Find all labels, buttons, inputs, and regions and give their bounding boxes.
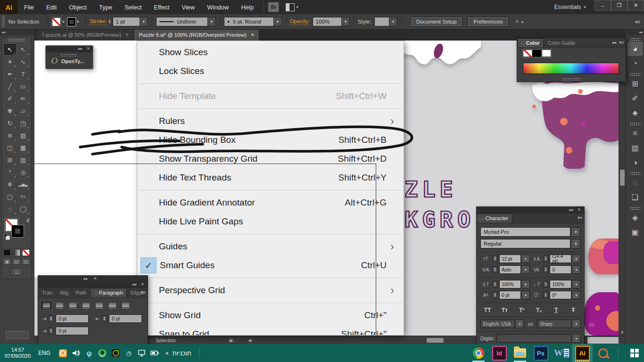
language-field[interactable]: English: USA bbox=[480, 320, 515, 328]
stroke-weight-stepper[interactable]: ▲▼ bbox=[108, 19, 111, 24]
lasso-tool[interactable]: ∿ bbox=[17, 56, 30, 68]
taskbar-chrome-button[interactable] bbox=[468, 344, 489, 362]
menu-help[interactable]: Help bbox=[235, 0, 260, 14]
pen-tool[interactable]: ✒ bbox=[3, 68, 17, 80]
digits-field[interactable] bbox=[496, 334, 571, 343]
dock-swatches-icon[interactable]: ⊞ bbox=[627, 77, 643, 90]
nvidia-icon[interactable] bbox=[110, 348, 121, 358]
workspace-switcher[interactable]: Essentials▾ bbox=[554, 4, 586, 10]
panel-collapse-icon[interactable]: ◂◂ bbox=[569, 207, 573, 212]
line-segment-tool[interactable]: ╱ bbox=[3, 80, 17, 92]
vertical-scale-field[interactable]: 100% bbox=[499, 280, 521, 288]
draw-inside-icon[interactable]: ◰ bbox=[22, 258, 30, 265]
timer-icon[interactable]: ◷ bbox=[124, 348, 134, 358]
tray-expand-icon[interactable]: « bbox=[165, 350, 169, 356]
rotate-tool[interactable]: ↻ bbox=[3, 117, 17, 129]
vertical-scale-dropdown[interactable]: ▼ bbox=[522, 280, 530, 288]
align-right-button[interactable] bbox=[66, 301, 79, 310]
fill-color-swatch[interactable] bbox=[52, 17, 61, 26]
document-tab-inactive[interactable]: 7-puzzle.ai @ 50% (RGB/Preview)✕ bbox=[37, 29, 134, 41]
perspective-grid-tool[interactable]: ▦ bbox=[17, 141, 30, 154]
menu-item-hide-bounding-box[interactable]: Hide Bounding BoxShift+Ctrl+B bbox=[137, 131, 404, 149]
stroke-weight-field[interactable]: 1 pt bbox=[113, 17, 140, 26]
taskbar-search-button[interactable] bbox=[593, 344, 613, 362]
blend-tool[interactable]: ◎ bbox=[17, 166, 30, 178]
horizontal-scale-dropdown[interactable]: ▼ bbox=[573, 280, 580, 288]
panel-expand-icon[interactable]: ◂◂ bbox=[83, 276, 87, 281]
justify-right-button[interactable] bbox=[106, 301, 118, 310]
opentype-label[interactable]: OpenTy... bbox=[61, 58, 84, 64]
brush-definition-dropdown[interactable]: ▼ bbox=[274, 17, 282, 26]
magic-wand-tool[interactable]: ✶ bbox=[3, 56, 17, 68]
menu-item-perspective-grid[interactable]: Perspective Grid› bbox=[137, 281, 404, 300]
mesh-tool[interactable]: ⊞ bbox=[3, 154, 17, 166]
font-style-dropdown[interactable]: ▼ bbox=[572, 239, 580, 248]
anti-alias-field[interactable]: Sharp bbox=[537, 320, 571, 328]
slice-tool[interactable]: ✄ bbox=[17, 190, 30, 203]
tab-paragraph[interactable]: ◇Paragraph bbox=[90, 288, 127, 297]
menu-item-hide-gradient-annotator[interactable]: Hide Gradient AnnotatorAlt+Ctrl+G bbox=[137, 193, 404, 212]
baseline-shift-stepper[interactable]: ▲▼ bbox=[492, 292, 498, 298]
programs-toolbar-label[interactable]: תוכניות bbox=[173, 350, 191, 357]
control-panel-menu-icon[interactable]: ▾≡ bbox=[635, 19, 640, 25]
color-button[interactable] bbox=[3, 249, 11, 256]
restore-button[interactable]: ❐ bbox=[611, 0, 627, 11]
artboard-tool[interactable]: ▢ bbox=[3, 190, 17, 203]
swap-fill-stroke-icon[interactable]: ⇄ bbox=[25, 217, 31, 224]
pointer-options-icon[interactable]: ⌗▾ bbox=[515, 18, 523, 25]
underline-button[interactable]: T bbox=[550, 307, 562, 313]
tab-align[interactable]: Alig bbox=[56, 288, 72, 297]
panel-expand-icon[interactable]: ▸▸ bbox=[78, 46, 83, 51]
taskbar-photoshop-button[interactable]: Ps bbox=[530, 344, 551, 362]
taskbar-explorer-button[interactable] bbox=[510, 344, 530, 362]
menu-effect[interactable]: Effect bbox=[148, 0, 175, 14]
dock-color-icon[interactable]: ◕ bbox=[627, 42, 643, 56]
width-profile-field[interactable]: Uniform bbox=[156, 17, 208, 26]
language-indicator[interactable]: ENG bbox=[38, 350, 50, 356]
type-tool[interactable]: T bbox=[17, 68, 30, 80]
opacity-field[interactable]: 100% bbox=[313, 17, 342, 26]
shape-builder-tool[interactable]: ◫ bbox=[3, 141, 17, 154]
taskbar-word-button[interactable]: W bbox=[551, 344, 572, 362]
tab-pathfinder[interactable]: Path bbox=[72, 288, 90, 297]
draw-normal-icon[interactable]: ▣ bbox=[3, 258, 11, 265]
opacity-dropdown[interactable]: ▼ bbox=[342, 17, 350, 26]
horizontal-scale-field[interactable]: 100% bbox=[550, 280, 571, 288]
eyedropper-tool[interactable]: ❛ bbox=[3, 166, 17, 178]
menu-item-rulers[interactable]: Rulers› bbox=[137, 112, 404, 131]
hand-tool[interactable]: ☝ bbox=[3, 203, 17, 215]
panel-menu-icon[interactable]: ▾≡ bbox=[141, 290, 146, 295]
tab-character[interactable]: ◇Character bbox=[477, 214, 512, 223]
none-swatch[interactable] bbox=[523, 49, 532, 57]
right-indent-field[interactable]: 0 pt bbox=[109, 314, 142, 323]
horizontal-scale-stepper[interactable]: ▲▼ bbox=[543, 281, 549, 288]
panel-collapse-icon[interactable]: ◂◂ bbox=[132, 282, 136, 287]
kerning-dropdown[interactable]: ▼ bbox=[522, 265, 530, 274]
paintbrush-tool[interactable]: ✐ bbox=[3, 92, 17, 105]
scroll-down-icon[interactable]: ▼ bbox=[619, 330, 626, 335]
digits-dropdown[interactable]: ▼ bbox=[573, 334, 580, 343]
panel-resize-grip[interactable] bbox=[562, 78, 581, 81]
dock-stroke-icon[interactable]: ≡ bbox=[627, 126, 643, 140]
width-tool[interactable]: ≋ bbox=[3, 129, 17, 141]
align-center-button[interactable] bbox=[53, 301, 66, 310]
eraser-tool[interactable]: ▱ bbox=[17, 105, 30, 117]
menu-file[interactable]: File bbox=[18, 0, 40, 14]
menu-item-smart-guides[interactable]: ✓Smart GuidesCtrl+U bbox=[137, 256, 404, 275]
symbol-sprayer-tool[interactable]: ✵ bbox=[3, 178, 17, 190]
rotation-dropdown[interactable]: ▼ bbox=[573, 291, 580, 299]
menu-item-show-slices[interactable]: Show Slices bbox=[137, 43, 404, 62]
tracking-dropdown[interactable]: ▼ bbox=[573, 265, 580, 274]
dock-gradient-icon[interactable]: ▥ bbox=[627, 141, 643, 155]
taskbar-clock[interactable]: 14:5707/09/2020 bbox=[5, 347, 31, 359]
network-monitor-icon[interactable] bbox=[137, 348, 147, 358]
usb-icon[interactable]: ψ bbox=[84, 348, 94, 358]
dock-collapse-icon[interactable]: ◂◂ bbox=[626, 29, 644, 35]
justify-all-button[interactable] bbox=[119, 301, 132, 310]
free-transform-tool[interactable]: ▧ bbox=[17, 129, 30, 141]
close-tab-icon[interactable]: ✕ bbox=[251, 33, 255, 37]
left-indent-stepper[interactable]: ▲▼ bbox=[48, 315, 54, 322]
style-swatch[interactable] bbox=[374, 17, 389, 26]
preferences-button[interactable]: Preferences bbox=[467, 16, 509, 27]
pencil-tool[interactable]: ✏ bbox=[17, 92, 30, 105]
